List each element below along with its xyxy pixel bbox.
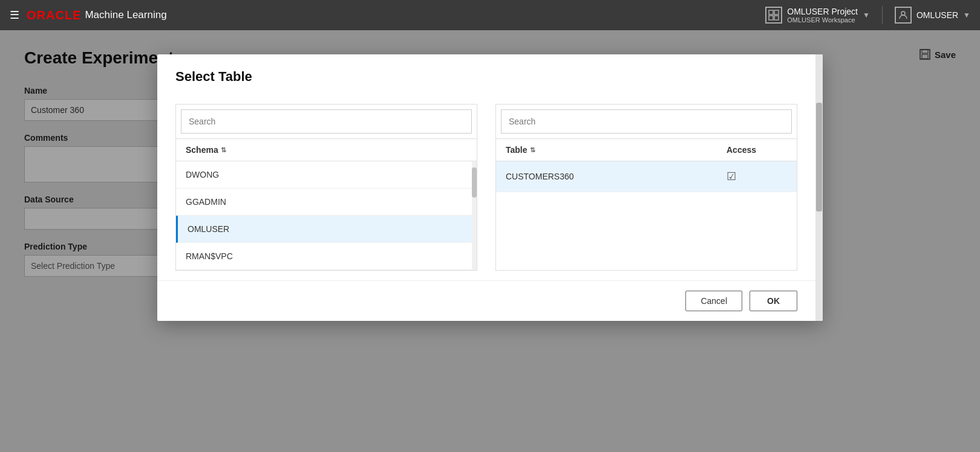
schema-header-label: Schema ⇅ [186,145,226,155]
user-avatar-icon [895,7,912,24]
schema-row-dwong[interactable]: DWONG [176,161,477,189]
user-menu[interactable]: OMLUSER ▼ [895,7,970,24]
table-sort-icon[interactable]: ⇅ [530,146,535,154]
svg-rect-3 [774,16,779,20]
user-dropdown-icon[interactable]: ▼ [963,11,970,19]
oracle-logo-subtitle: Machine Learning [85,9,166,21]
svg-rect-2 [769,16,773,20]
schema-sort-icon[interactable]: ⇅ [221,146,226,154]
schema-row-rmanvpc[interactable]: RMAN$VPC [176,243,477,270]
modal-overlay: Select Table Schema ⇅ DWONG [0,30,980,452]
table-name-customers360: CUSTOMERS360 [506,172,727,181]
table-row-customers360[interactable]: CUSTOMERS360 ☑ [496,161,797,192]
schema-scrollbar[interactable] [472,161,477,270]
schema-row-ggadmin[interactable]: GGADMIN [176,189,477,216]
schema-search-container [176,105,477,139]
cancel-button[interactable]: Cancel [685,291,742,311]
svg-rect-0 [769,10,773,15]
schema-column-header: Schema ⇅ [176,139,477,161]
nav-right: OMLUSER Project OMLUSER Workspace ▼ OMLU… [765,6,970,24]
schema-list: DWONG GGADMIN OMLUSER RMAN$VPC [176,161,477,270]
project-workspace: OMLUSER Workspace [787,16,858,24]
modal-footer: Cancel OK [157,280,823,321]
access-indicator: ☑ [727,170,787,183]
modal-header: Select Table [157,54,823,94]
hamburger-icon[interactable]: ☰ [10,8,19,22]
schema-scrollbar-thumb [472,167,477,198]
select-table-modal: Select Table Schema ⇅ DWONG [157,54,823,321]
nav-divider [882,6,883,24]
table-search-input[interactable] [501,109,792,134]
page-content: Create Experiment Save Name Customer 360… [0,30,980,452]
modal-title: Select Table [175,69,805,85]
nav-left: ☰ ORACLE Machine Learning [10,8,167,22]
access-check-icon: ☑ [727,170,736,183]
user-name: OMLUSER [916,10,958,20]
modal-body: Schema ⇅ DWONG GGADMIN OMLUSER RMAN$VPC [157,94,823,280]
ok-button[interactable]: OK [750,291,797,311]
project-name: OMLUSER Project [787,7,858,16]
project-icon [765,7,782,24]
svg-rect-1 [774,10,779,15]
modal-scrollbar[interactable] [815,54,823,321]
project-dropdown-icon[interactable]: ▼ [863,11,870,19]
schema-search-input[interactable] [181,109,472,134]
schema-row-omluser[interactable]: OMLUSER [176,216,477,243]
table-header-label: Table ⇅ [506,145,727,155]
oracle-logo: ORACLE Machine Learning [27,8,167,22]
access-header-label: Access [727,145,787,155]
svg-point-4 [901,11,905,15]
project-info: OMLUSER Project OMLUSER Workspace [787,7,858,24]
table-column-headers: Table ⇅ Access [496,139,797,161]
table-panel: Table ⇅ Access CUSTOMERS360 ☑ [495,104,797,271]
project-selector[interactable]: OMLUSER Project OMLUSER Workspace ▼ [765,7,870,24]
table-list: CUSTOMERS360 ☑ [496,161,797,270]
top-navigation: ☰ ORACLE Machine Learning OMLUSER Projec… [0,0,980,30]
schema-panel: Schema ⇅ DWONG GGADMIN OMLUSER RMAN$VPC [175,104,477,271]
table-search-container [496,105,797,139]
modal-scrollbar-thumb [816,103,822,211]
oracle-logo-text: ORACLE [27,8,81,22]
